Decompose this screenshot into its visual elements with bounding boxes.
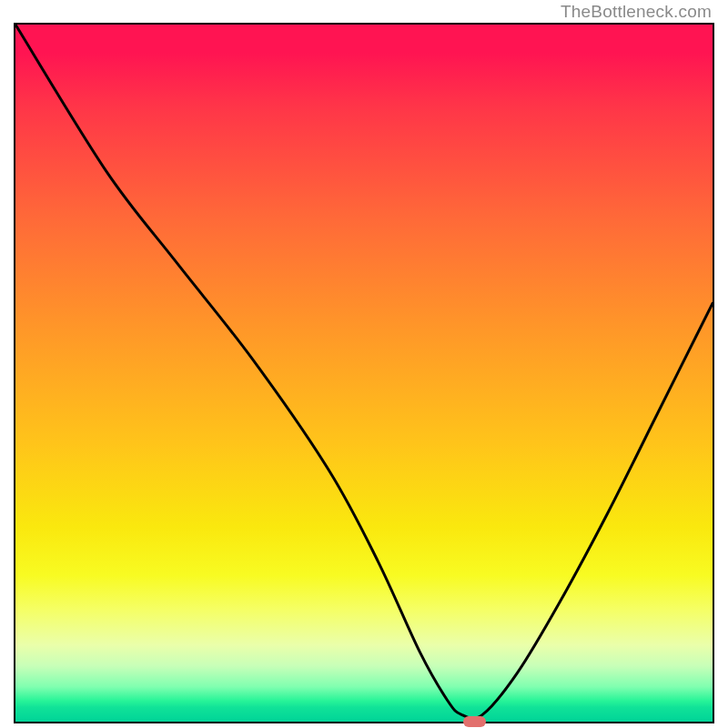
bottleneck-curve <box>15 25 713 722</box>
optimal-point-marker <box>463 716 486 727</box>
chart-frame <box>14 23 714 723</box>
watermark-text: TheBottleneck.com <box>561 2 712 22</box>
